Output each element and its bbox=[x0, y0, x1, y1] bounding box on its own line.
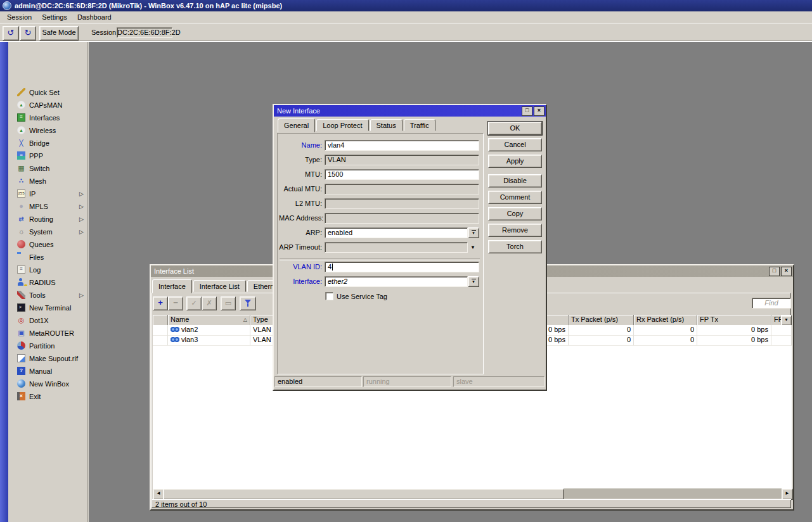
copy-button[interactable]: Copy bbox=[488, 207, 542, 220]
sidebar-item-manual[interactable]: ?Manual bbox=[8, 365, 87, 378]
app-title: admin@DC:2C:6E:6D:8F:2D (MikroTik) - Win… bbox=[15, 2, 282, 10]
tools-icon bbox=[17, 291, 25, 299]
maximize-icon[interactable]: □ bbox=[522, 106, 532, 116]
sidebar-item-system[interactable]: ☼System▷ bbox=[8, 226, 87, 238]
sidebar-item-label: RADIUS bbox=[29, 276, 56, 289]
apply-button[interactable]: Apply bbox=[488, 155, 542, 168]
tab-general[interactable]: General bbox=[278, 118, 315, 132]
vlan-interface-icon bbox=[171, 326, 179, 333]
winbox-logo-icon bbox=[3, 1, 11, 10]
ip-icon: 255 bbox=[17, 189, 25, 198]
sidebar-item-partition[interactable]: Partition bbox=[8, 340, 87, 352]
status-bar-text: 2 items out of 10 bbox=[151, 499, 791, 509]
use-service-tag-checkbox[interactable] bbox=[325, 292, 333, 300]
scroll-right-button[interactable]: ► bbox=[782, 488, 793, 500]
disable-button[interactable]: ✗ bbox=[202, 296, 217, 310]
sidebar-item-dot1x[interactable]: ◎Dot1X bbox=[8, 314, 87, 327]
left-accent-strip bbox=[0, 42, 8, 522]
sidebar-item-exit[interactable]: ×Exit bbox=[8, 390, 87, 403]
rx-packet-column-header[interactable]: Rx Packet (p/s) bbox=[634, 315, 697, 325]
enable-button[interactable]: ✓ bbox=[186, 296, 202, 310]
arp-timeout-field[interactable] bbox=[325, 242, 468, 253]
sidebar-item-capsman[interactable]: ▲CAPsMAN bbox=[8, 99, 87, 111]
sidebar-item-label: Bridge bbox=[29, 137, 49, 150]
session-label: Session: bbox=[91, 29, 118, 36]
sidebar-item-label: Routing bbox=[29, 213, 53, 226]
arp-dropdown-button[interactable]: ▼ bbox=[468, 227, 479, 238]
redo-button[interactable]: ↻ bbox=[20, 26, 36, 41]
sidebar-item-quick-set[interactable]: Quick Set bbox=[8, 86, 87, 99]
sidebar-item-bridge[interactable]: ╳Bridge bbox=[8, 137, 87, 150]
arp-timeout-dropdown-arrow-icon[interactable]: ▼ bbox=[470, 242, 478, 253]
sidebar-item-radius[interactable]: RADIUS bbox=[8, 276, 87, 289]
remove-button[interactable]: Remove bbox=[488, 224, 542, 237]
undo-button[interactable]: ↺ bbox=[3, 26, 19, 41]
arp-select[interactable]: enabled bbox=[325, 227, 468, 238]
comment-card-icon: ▭ bbox=[225, 299, 231, 307]
interface-select[interactable]: ether2 bbox=[325, 276, 468, 287]
sidebar-item-ppp[interactable]: =PPP bbox=[8, 150, 87, 162]
tab-status[interactable]: Status bbox=[370, 119, 403, 131]
maximize-icon[interactable]: □ bbox=[769, 267, 780, 276]
tab-interface-list[interactable]: Interface List bbox=[193, 280, 246, 292]
sidebar-item-switch[interactable]: ▦Switch bbox=[8, 162, 87, 175]
sidebar-item-mpls[interactable]: ●MPLS▷ bbox=[8, 200, 87, 213]
sidebar-item-label: Interfaces bbox=[29, 111, 60, 124]
cancel-button[interactable]: Cancel bbox=[488, 138, 542, 151]
tab-traffic[interactable]: Traffic bbox=[404, 119, 435, 131]
tab-loop-protect[interactable]: Loop Protect bbox=[316, 119, 368, 131]
tx-packet-column-header[interactable]: Tx Packet (p/s) bbox=[569, 315, 634, 325]
remove-item-button[interactable]: − bbox=[168, 296, 183, 310]
sidebar-item-label: Make Supout.rif bbox=[29, 352, 78, 365]
dialog-titlebar[interactable]: New Interface bbox=[274, 105, 546, 117]
sidebar-item-interfaces[interactable]: ≡Interfaces bbox=[8, 111, 87, 124]
tx-packet-cell: 0 bbox=[569, 335, 634, 345]
dot1x-icon: ◎ bbox=[17, 316, 25, 324]
sidebar-item-new-winbox[interactable]: New WinBox bbox=[8, 378, 87, 390]
sidebar-item-new-terminal[interactable]: >New Terminal bbox=[8, 302, 87, 314]
menu-settings[interactable]: Settings bbox=[37, 12, 72, 22]
name-field[interactable]: vlan4 bbox=[325, 140, 479, 151]
arp-label: ARP: bbox=[279, 227, 322, 238]
vlan-id-field[interactable]: 4 bbox=[325, 262, 479, 272]
fp-tx-column-header[interactable]: FP Tx bbox=[697, 315, 771, 325]
torch-button[interactable]: Torch bbox=[488, 240, 542, 253]
add-button[interactable]: + bbox=[153, 296, 168, 310]
fp-tx-cell: 0 bps bbox=[697, 335, 771, 345]
manual-icon: ? bbox=[17, 367, 25, 375]
mtu-field[interactable]: 1500 bbox=[325, 169, 479, 180]
flags-column-header[interactable] bbox=[153, 315, 168, 325]
close-icon[interactable]: × bbox=[781, 267, 792, 276]
horizontal-scrollbar-thumb[interactable] bbox=[163, 488, 564, 500]
type-field: VLAN bbox=[325, 155, 479, 165]
sidebar-item-ip[interactable]: 255IP▷ bbox=[8, 188, 87, 200]
safe-mode-button[interactable]: Safe Mode bbox=[39, 26, 79, 41]
sidebar-item-log[interactable]: ≡Log bbox=[8, 264, 87, 276]
sidebar-item-queues[interactable]: Queues bbox=[8, 238, 87, 251]
rx-packet-cell: 0 bbox=[634, 325, 697, 335]
menu-session[interactable]: Session bbox=[2, 12, 37, 22]
vlan-id-label: VLAN ID: bbox=[279, 262, 322, 272]
menu-dashboard[interactable]: Dashboard bbox=[72, 12, 117, 22]
sidebar-item-routing[interactable]: ⇄Routing▷ bbox=[8, 213, 87, 226]
sidebar-item-mesh[interactable]: ∴Mesh bbox=[8, 175, 87, 188]
sidebar-item-metarouter[interactable]: ▣MetaROUTER bbox=[8, 327, 87, 340]
ok-button[interactable]: OK bbox=[488, 122, 542, 135]
sidebar-item-make-supout[interactable]: Make Supout.rif bbox=[8, 352, 87, 365]
close-icon[interactable]: × bbox=[534, 106, 545, 116]
comment-button[interactable]: Comment bbox=[488, 191, 542, 204]
name-column-header[interactable]: △Name bbox=[168, 315, 250, 325]
sidebar-item-tools[interactable]: Tools▷ bbox=[8, 289, 87, 302]
sidebar-item-files[interactable]: Files bbox=[8, 251, 87, 264]
sidebar-item-wireless[interactable]: ▲Wireless bbox=[8, 124, 87, 137]
column-chooser-button[interactable]: ▼ bbox=[781, 315, 792, 326]
filter-button[interactable] bbox=[240, 296, 256, 310]
find-input[interactable]: Find bbox=[752, 298, 791, 309]
interface-dropdown-button[interactable]: ▼ bbox=[468, 276, 479, 287]
app-titlebar[interactable]: admin@DC:2C:6E:6D:8F:2D (MikroTik) - Win… bbox=[0, 0, 812, 11]
disable-button[interactable]: Disable bbox=[488, 174, 542, 188]
submenu-arrow-icon: ▷ bbox=[79, 226, 84, 238]
comment-button[interactable]: ▭ bbox=[221, 296, 236, 310]
metarouter-icon: ▣ bbox=[17, 329, 25, 337]
tab-interface[interactable]: Interface bbox=[152, 279, 192, 293]
